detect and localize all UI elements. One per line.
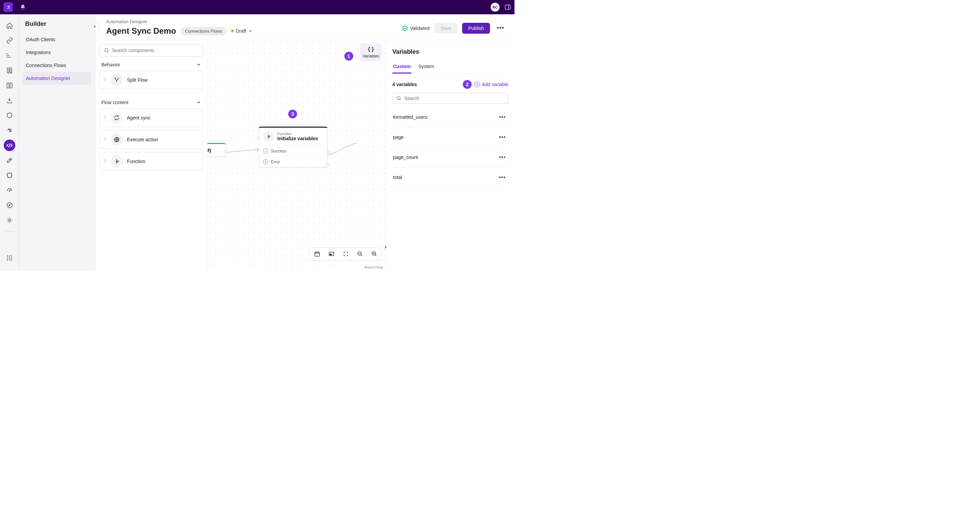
tool-fullscreen-icon[interactable]	[339, 248, 352, 260]
rail-steps-icon[interactable]	[4, 50, 15, 61]
variable-row[interactable]: total •••	[392, 167, 508, 188]
variables-search[interactable]	[392, 93, 508, 104]
variable-name: formatted_users	[393, 115, 427, 120]
split-flow-icon	[111, 74, 123, 86]
variables-panel: Variables Custom System 4 variables 2 + …	[386, 40, 514, 271]
execute-action-icon	[111, 134, 123, 146]
svg-point-27	[397, 97, 400, 100]
section-behavior-header[interactable]: Behavior	[99, 56, 203, 71]
node-output-port[interactable]	[224, 150, 228, 153]
rail-contacts-icon[interactable]	[4, 65, 15, 76]
variable-more-icon[interactable]: •••	[497, 172, 508, 182]
component-label: Split Flow	[127, 77, 148, 83]
drag-handle-icon[interactable]: ⠿	[103, 79, 107, 81]
variables-tabs: Custom System	[392, 62, 508, 74]
function-icon	[111, 155, 123, 167]
flow-type-badge: Connections Flows	[181, 27, 226, 35]
function-icon	[263, 131, 274, 142]
rail-separator	[5, 231, 14, 232]
canvas-attribution: React Flow	[364, 265, 383, 269]
save-button[interactable]: Save	[434, 23, 457, 34]
rail-puzzle-icon[interactable]	[4, 169, 15, 181]
agent-sync-icon	[111, 111, 123, 124]
rail-fingerprint-icon[interactable]	[4, 124, 15, 136]
rail-link-icon[interactable]	[4, 35, 15, 46]
svg-point-9	[8, 220, 10, 221]
components-search[interactable]	[99, 44, 203, 56]
tool-minimap-icon[interactable]	[325, 248, 338, 260]
node-input-port[interactable]	[257, 137, 260, 140]
page-title: Agent Sync Demo	[106, 26, 176, 36]
components-search-input[interactable]	[112, 48, 199, 53]
right-panel-toggle-icon[interactable]	[504, 4, 511, 11]
nav-connections-flows[interactable]: Connections Flows	[22, 59, 92, 72]
nav-automation-designer[interactable]: Automation Designer	[22, 72, 92, 85]
variables-count-label: 4 variables	[392, 82, 417, 87]
node-row-label: Success	[271, 149, 286, 153]
rail-download-icon[interactable]	[4, 95, 15, 106]
publish-button[interactable]: Publish	[462, 23, 490, 34]
variable-more-icon[interactable]: •••	[497, 112, 508, 122]
rail-apps-icon[interactable]	[4, 252, 15, 264]
user-avatar[interactable]: AC	[491, 3, 500, 11]
node-output-port-error[interactable]	[326, 163, 329, 166]
collapse-sidebar-button[interactable]	[91, 22, 99, 31]
breadcrumb[interactable]: Automation Designer	[106, 19, 253, 24]
rail-home-icon[interactable]	[4, 20, 15, 31]
variable-row[interactable]: page •••	[392, 127, 508, 147]
rail-shield-icon[interactable]	[4, 110, 15, 121]
tool-zoom-out-icon[interactable]	[353, 248, 366, 260]
canvas-variables-button[interactable]: { } Variables	[360, 43, 382, 61]
variable-row[interactable]: formatted_users •••	[392, 107, 508, 127]
node-output-port-success[interactable]	[326, 151, 329, 154]
tool-zoom-in-icon[interactable]	[368, 248, 381, 260]
rail-edit-icon[interactable]	[4, 154, 15, 166]
flow-canvas[interactable]: M) Function Initialize variables	[208, 40, 386, 271]
svg-point-13	[7, 257, 8, 258]
canvas-node-start[interactable]: M)	[208, 143, 226, 157]
status-dropdown[interactable]: Draft	[231, 28, 252, 34]
svg-point-3	[6, 56, 7, 56]
nav-oauth-clients[interactable]: OAuth Clients	[22, 33, 92, 46]
variables-button-label: Variables	[363, 54, 379, 59]
rail-gauge-icon[interactable]	[4, 185, 15, 196]
drag-handle-icon[interactable]: ⠿	[103, 160, 107, 162]
rail-code-icon[interactable]	[4, 140, 15, 151]
variable-row[interactable]: page_count •••	[392, 147, 508, 167]
components-panel: Behavior ⠿ Split Flow Flow content ⠿	[95, 40, 208, 271]
component-function[interactable]: ⠿ Function	[99, 152, 203, 170]
nav-integrations[interactable]: Integrations	[22, 46, 92, 59]
braces-icon: { }	[368, 46, 374, 53]
variable-more-icon[interactable]: •••	[497, 152, 508, 162]
svg-point-16	[7, 260, 8, 260]
annotation-3: 3	[288, 110, 297, 118]
node-row-label: Error	[271, 160, 280, 164]
drag-handle-icon[interactable]: ⠿	[103, 139, 107, 140]
variables-search-input[interactable]	[404, 96, 504, 101]
canvas-node-initialize-variables[interactable]: Function Initialize variables ✓ Success …	[259, 127, 328, 167]
tab-system[interactable]: System	[417, 62, 435, 73]
tool-calendar-icon[interactable]	[311, 248, 324, 260]
section-flow-content-label: Flow content	[102, 100, 128, 105]
svg-rect-22	[315, 252, 320, 256]
app-logo[interactable]: :t	[3, 2, 13, 12]
rail-compass-icon[interactable]	[4, 199, 15, 211]
section-flow-content-header[interactable]: Flow content	[99, 94, 203, 108]
panel-expand-toggle[interactable]	[382, 243, 390, 251]
variable-more-icon[interactable]: •••	[497, 132, 508, 142]
svg-point-14	[9, 257, 10, 258]
component-execute-action[interactable]: ⠿ Execute action	[99, 131, 203, 149]
drag-handle-icon[interactable]: ⠿	[103, 117, 107, 119]
notifications-icon[interactable]	[20, 4, 26, 10]
add-variable-button[interactable]: + Add variable	[474, 82, 508, 87]
sidebar: Builder OAuth Clients Integrations Conne…	[19, 14, 95, 271]
header-more-icon[interactable]: •••	[495, 22, 506, 34]
component-agent-sync[interactable]: ⠿ Agent sync	[99, 108, 203, 127]
rail-settings-icon[interactable]	[4, 215, 15, 226]
component-label: Agent sync	[127, 115, 150, 121]
component-split-flow[interactable]: ⠿ Split Flow	[99, 71, 203, 89]
rail-book-icon[interactable]	[4, 80, 15, 91]
node-name-label: Initialize variables	[277, 136, 318, 141]
status-label: Draft	[236, 28, 246, 34]
tab-custom[interactable]: Custom	[392, 62, 411, 73]
